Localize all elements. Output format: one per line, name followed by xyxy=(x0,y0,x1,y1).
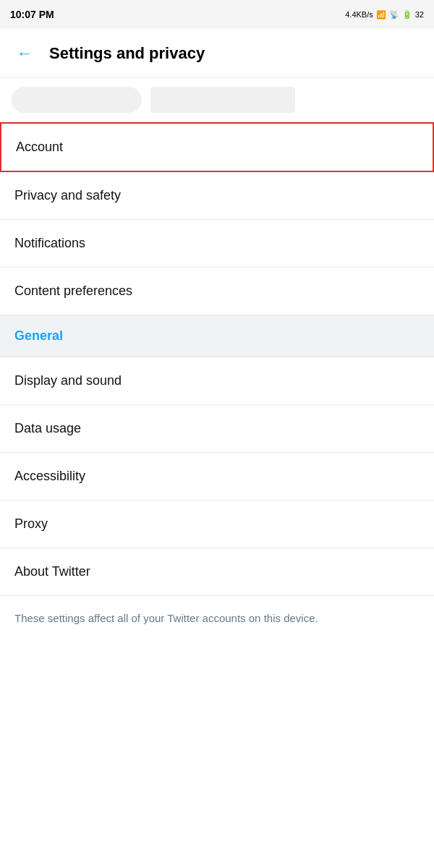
wifi-icon: 📡 xyxy=(389,10,399,20)
status-icons: 4.4KB/s 📶 📡 🔋 32 xyxy=(345,10,424,20)
menu-item-accessibility-label: Accessibility xyxy=(14,469,85,484)
menu-item-accessibility[interactable]: Accessibility xyxy=(0,453,434,501)
search-box-right[interactable] xyxy=(150,87,295,113)
back-button[interactable]: ← xyxy=(12,41,38,67)
back-arrow-icon: ← xyxy=(17,44,33,63)
signal-icon: 📶 xyxy=(376,10,386,20)
network-speed: 4.4KB/s xyxy=(345,10,373,19)
menu-item-about-twitter[interactable]: About Twitter xyxy=(0,548,434,596)
menu-item-about-twitter-label: About Twitter xyxy=(14,564,90,579)
menu-item-notifications[interactable]: Notifications xyxy=(0,220,434,268)
page-title: Settings and privacy xyxy=(49,44,205,63)
general-section-header: General xyxy=(0,315,434,357)
status-bar: 10:07 PM 4.4KB/s 📶 📡 🔋 32 xyxy=(0,0,434,29)
menu-item-privacy-safety[interactable]: Privacy and safety xyxy=(0,172,434,220)
menu-item-privacy-safety-label: Privacy and safety xyxy=(14,188,121,203)
status-time: 10:07 PM xyxy=(10,9,54,20)
footer-note: These settings affect all of your Twitte… xyxy=(0,596,434,642)
menu-item-proxy-label: Proxy xyxy=(14,516,48,532)
menu-item-display-sound-label: Display and sound xyxy=(14,373,122,388)
battery-level: 32 xyxy=(415,10,424,19)
menu-item-display-sound[interactable]: Display and sound xyxy=(0,357,434,405)
header: ← Settings and privacy xyxy=(0,29,434,78)
battery-icon: 🔋 xyxy=(402,10,412,20)
menu-item-content-preferences-label: Content preferences xyxy=(14,284,132,299)
menu-item-data-usage[interactable]: Data usage xyxy=(0,405,434,453)
menu-item-content-preferences[interactable]: Content preferences xyxy=(0,268,434,315)
menu-item-account-label: Account xyxy=(16,140,63,155)
menu-item-account[interactable]: Account xyxy=(0,122,434,172)
general-section-label: General xyxy=(14,328,63,343)
menu-item-proxy[interactable]: Proxy xyxy=(0,501,434,548)
footer-note-text: These settings affect all of your Twitte… xyxy=(14,612,318,624)
search-box-left[interactable] xyxy=(12,87,142,113)
menu-item-data-usage-label: Data usage xyxy=(14,421,81,436)
search-area xyxy=(0,78,434,122)
menu-item-notifications-label: Notifications xyxy=(14,236,85,251)
